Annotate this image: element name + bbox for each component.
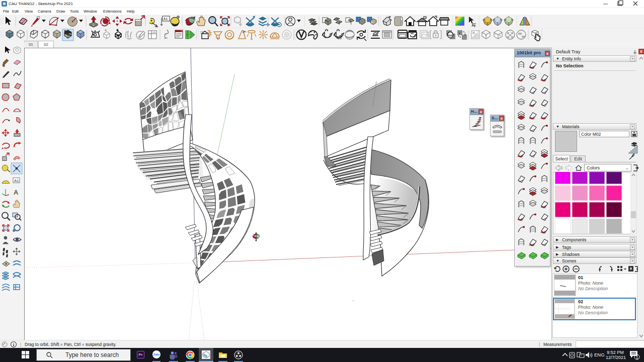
svg-text:1: 1: [636, 355, 638, 360]
svg-text:A: A: [14, 189, 19, 196]
svg-text:A1: A1: [14, 178, 19, 183]
svg-text:A1: A1: [164, 17, 168, 21]
